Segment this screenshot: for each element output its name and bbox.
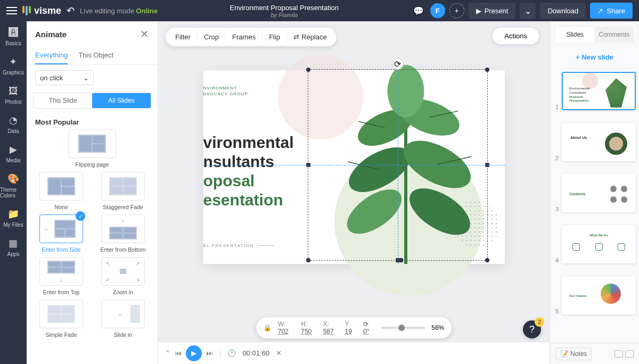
slide-number: 5	[553, 308, 559, 315]
scope-this-slide[interactable]: This Slide	[34, 93, 92, 108]
actions-button[interactable]: Actions	[493, 28, 539, 44]
scope-toggle: This Slide All Slides	[33, 93, 151, 109]
slide-number: 3	[553, 206, 559, 212]
slide-tag: NVIRONMENT DVOCACY GROUP	[203, 85, 248, 97]
crop-button[interactable]: Crop	[198, 30, 225, 44]
tab-slides[interactable]: Slides	[555, 27, 595, 43]
animation-indicator-icon: ▸	[623, 109, 633, 110]
view-grid-icon[interactable]	[615, 350, 623, 358]
alignment-guide	[203, 165, 505, 166]
sidebar-item-data[interactable]: ◔Data	[7, 114, 19, 134]
slide-canvas[interactable]: NVIRONMENT DVOCACY GROUP vironmental nsu…	[203, 70, 505, 264]
sidebar-item-apps[interactable]: ▦Apps	[7, 237, 20, 257]
slide-thumbnail-5[interactable]: Our Clients	[562, 276, 636, 315]
clear-time-icon[interactable]: ✕	[276, 349, 282, 357]
time-display: 00:01:60	[242, 349, 269, 357]
rotate-icon[interactable]: ⟳ 0°	[363, 320, 374, 335]
status-pill: 🔒 W: 702 H: 750 X: 587 Y: 19 ⟳ 0° 56%	[256, 317, 452, 338]
collapse-icon[interactable]: ⌃	[165, 349, 170, 357]
help-button[interactable]: ? 2	[523, 320, 541, 338]
play-button[interactable]: ▶	[186, 345, 202, 361]
undo-icon[interactable]: ↶	[67, 5, 75, 16]
document-title-block: Environment Proposal Presentation by Fio…	[163, 4, 406, 18]
avatar[interactable]: F	[430, 3, 445, 18]
notes-button[interactable]: 📝 Notes	[555, 348, 592, 360]
view-list-icon[interactable]	[625, 350, 634, 358]
filter-button[interactable]: Filter	[169, 30, 197, 44]
comment-icon[interactable]: 💬	[411, 3, 426, 18]
right-rail: Slides Comments + New slide 1 Environmen…	[550, 21, 639, 364]
lock-icon[interactable]: 🔒	[264, 324, 272, 332]
document-author: by Fiorella	[163, 12, 406, 18]
zoom-slider[interactable]	[381, 327, 425, 329]
bottom-bar: ⌃ ⏮ ▶ ⏭ | 🕐 00:01:60 ✕	[158, 342, 550, 364]
animate-title: Animate	[35, 30, 67, 39]
height-value[interactable]: 750	[301, 328, 312, 335]
frames-button[interactable]: Frames	[226, 30, 262, 44]
present-dropdown[interactable]: ⌄	[520, 3, 536, 19]
document-title: Environment Proposal Presentation	[163, 4, 406, 12]
anim-enter-from-side[interactable]: ← ✓ Enter from Side	[35, 214, 87, 253]
plant-image[interactable]	[326, 65, 486, 264]
sidebar-item-basics[interactable]: 🅰Basics	[5, 27, 21, 46]
anim-zoom-in[interactable]: ↖↗↙↘ Zoom in	[97, 257, 149, 295]
sidebar-item-photos[interactable]: 🖼Photos	[5, 85, 21, 105]
chevron-down-icon: ⌄	[83, 74, 89, 82]
slide-thumbnail-2[interactable]: About Us ▸	[562, 123, 636, 161]
anim-slide-in[interactable]: ← Slide in	[97, 300, 149, 338]
animation-indicator-icon: ▸	[623, 160, 633, 161]
prev-slide-icon[interactable]: ⏮	[175, 349, 182, 357]
anim-none[interactable]: None	[35, 172, 87, 210]
slide-thumbnail-4[interactable]: What We Do ▸	[562, 225, 636, 263]
anim-simple-fade[interactable]: Simple Fade	[35, 300, 87, 338]
replace-button[interactable]: ⇄ Replace	[287, 30, 333, 44]
flip-button[interactable]: Flip	[263, 30, 286, 44]
svg-point-5	[402, 179, 478, 244]
resize-handle[interactable]	[485, 258, 489, 262]
slide-headline: vironmental nsultants oposal esentation	[203, 133, 294, 210]
slide-thumbnail-3[interactable]: Contents ▸	[562, 174, 636, 212]
menu-icon[interactable]	[6, 7, 17, 14]
close-icon[interactable]: ✕	[140, 28, 149, 40]
resize-handle[interactable]	[306, 258, 310, 262]
add-collaborator-icon[interactable]: +	[449, 3, 464, 18]
sidebar-item-media[interactable]: ▶Media	[6, 144, 20, 163]
anim-enter-from-bottom[interactable]: ↑ Enter from Bottom	[97, 214, 149, 253]
sidebar-item-graphics[interactable]: ✦Graphics	[3, 56, 24, 76]
share-button[interactable]: ↗ Share	[590, 3, 633, 19]
download-button[interactable]: Download	[540, 3, 586, 19]
animate-panel: Animate ✕ Everything This Object on clic…	[27, 21, 158, 364]
help-count-badge: 2	[535, 317, 544, 327]
slide-number: 1	[553, 104, 559, 110]
sidebar-item-my-files[interactable]: 📁My Files	[3, 208, 23, 228]
next-slide-icon[interactable]: ⏭	[206, 349, 213, 357]
resize-handle[interactable]	[485, 68, 489, 72]
canvas-area: Filter Crop Frames Flip ⇄ Replace Action…	[158, 21, 550, 364]
slide-thumbnail-1[interactable]: EnvironmentalConsultantsProposalPresenta…	[562, 72, 636, 110]
replace-icon: ⇄	[293, 33, 299, 41]
anim-enter-from-top[interactable]: ↓ Enter from Top	[35, 257, 87, 295]
anim-flipping-page[interactable]: Flipping page	[35, 129, 149, 168]
sidebar-item-theme-colors[interactable]: 🎨Theme Colors	[0, 173, 27, 198]
present-button[interactable]: ▶ Present	[469, 3, 516, 19]
trigger-select[interactable]: on click⌄	[35, 70, 94, 85]
tab-this-object[interactable]: This Object	[78, 47, 113, 64]
clock-icon: 🕐	[227, 349, 236, 357]
scope-all-slides[interactable]: All Slides	[92, 93, 151, 108]
slide-footer: AL PRESENTATION	[203, 243, 274, 248]
svg-point-6	[387, 65, 424, 117]
anim-staggered-fade[interactable]: Staggered Fade	[97, 172, 149, 210]
logo[interactable]: visme	[22, 5, 61, 16]
new-slide-button[interactable]: + New slide	[555, 48, 634, 67]
context-toolbar: Filter Crop Frames Flip ⇄ Replace	[166, 28, 337, 46]
y-value[interactable]: 19	[345, 328, 352, 335]
zoom-value: 56%	[431, 324, 444, 332]
tab-comments[interactable]: Comments	[595, 27, 634, 43]
slide-number: 4	[553, 257, 559, 263]
left-iconbar: 🅰Basics ✦Graphics 🖼Photos ◔Data ▶Media 🎨…	[0, 21, 27, 364]
animation-indicator-icon: ▸	[623, 262, 633, 263]
width-value[interactable]: 702	[278, 328, 289, 335]
x-value[interactable]: 587	[323, 328, 334, 335]
tab-everything[interactable]: Everything	[35, 47, 68, 64]
animation-indicator-icon: ▸	[623, 211, 633, 212]
